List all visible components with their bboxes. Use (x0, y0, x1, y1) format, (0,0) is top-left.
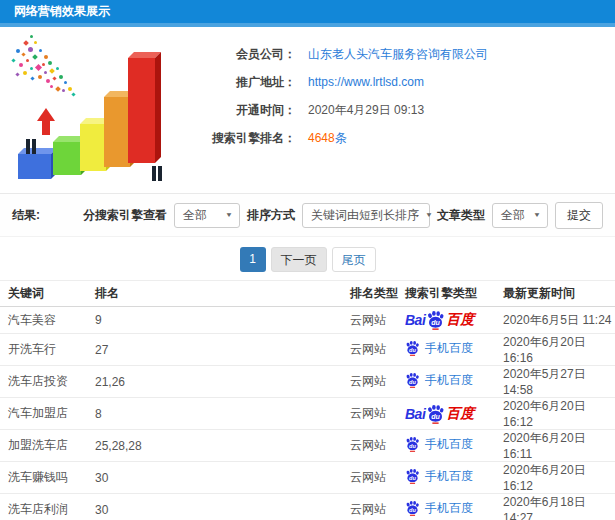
open-time-value: 2020年4月29日 09:13 (308, 96, 424, 124)
filter-controls: 分搜索引擎查看 全部 ▼ 排序方式 关键词由短到长排序 ▼ 文章类型 全部 ▼ … (83, 202, 603, 229)
keyword-rank-table: 关键词 排名 排名类型 搜索引擎类型 最新更新时间 汽车美容 9 云网站 Bai (0, 280, 615, 520)
last-page-button[interactable]: 尾页 (332, 247, 376, 272)
result-label: 结果: (12, 207, 40, 224)
promo-url-link[interactable]: https://www.lrtlsd.com (308, 68, 424, 96)
search-engine-cell: Bai du 百度 (405, 307, 503, 334)
chevron-down-icon: ▼ (225, 211, 233, 218)
page-1-button[interactable]: 1 (240, 247, 266, 272)
rank-link[interactable]: 27 (95, 334, 350, 366)
updated-time-cell: 2020年6月20日 16:12 (503, 462, 615, 494)
col-header-rank: 排名 (95, 281, 350, 307)
engine-filter-select[interactable]: 全部 ▼ (174, 203, 240, 228)
svg-text:du: du (409, 507, 416, 513)
search-engine-cell: Bai du 百度 (405, 334, 503, 366)
baidu-paw-icon: du (405, 436, 420, 452)
submit-button[interactable]: 提交 (555, 202, 603, 229)
open-time-label: 开通时间： (188, 96, 296, 124)
article-type-value: 全部 (501, 207, 525, 224)
svg-text:du: du (409, 379, 416, 385)
baidu-paw-icon: du (405, 500, 420, 516)
col-header-rank-type: 排名类型 (350, 281, 405, 307)
engine-filter-label: 分搜索引擎查看 (83, 207, 167, 224)
updated-time-cell: 2020年6月18日 14:27 (503, 494, 615, 520)
chevron-down-icon: ▼ (533, 211, 541, 218)
keyword-cell: 汽车加盟店 (0, 398, 95, 430)
article-type-select[interactable]: 全部 ▼ (492, 203, 548, 228)
page-title: 网络营销效果展示 (14, 3, 110, 20)
updated-time-cell: 2020年6月20日 16:12 (503, 398, 615, 430)
table-row: 洗车赚钱吗 30 云网站 Bai du 百度 (0, 462, 615, 494)
chart-bar-red (128, 58, 155, 163)
search-engine-cell: Bai du 百度 (405, 398, 503, 430)
col-header-engine-type: 搜索引擎类型 (405, 281, 503, 307)
updated-time-cell: 2020年6月20日 16:11 (503, 430, 615, 462)
promo-url-row: 推广地址： https://www.lrtlsd.com (188, 68, 615, 96)
col-header-keyword: 关键词 (0, 281, 95, 307)
updated-time-cell: 2020年5月27日 14:58 (503, 366, 615, 398)
engine-rank-count-row: 搜索引擎排名： 4648 条 (188, 124, 615, 152)
svg-text:du: du (431, 319, 440, 327)
rank-link[interactable]: 25,28,28 (95, 430, 350, 462)
rank-link[interactable]: 8 (95, 398, 350, 430)
member-info-list: 会员公司： 山东老人头汽车服务咨询有限公司 推广地址： https://www.… (188, 27, 615, 152)
search-engine-cell: Bai du 百度 (405, 366, 503, 398)
table-row: 汽车美容 9 云网站 Bai du 百度 (0, 307, 615, 334)
baidu-paw-icon: du (405, 372, 420, 388)
engine-rank-count-value: 4648 (308, 124, 335, 152)
rank-type-cell: 云网站 (350, 398, 405, 430)
baidu-paw-icon: du (426, 310, 445, 330)
engine-rank-count-label: 搜索引擎排名： (188, 124, 296, 152)
sort-filter-select[interactable]: 关键词由短到长排序 ▼ (302, 203, 430, 228)
keyword-cell: 洗车店利润 (0, 494, 95, 520)
table-row: 洗车店投资 21,26 云网站 Bai du 百度 (0, 366, 615, 398)
rank-type-cell: 云网站 (350, 366, 405, 398)
sort-filter-label: 排序方式 (247, 207, 295, 224)
search-engine-cell: Bai du 百度 (405, 494, 503, 520)
col-header-updated: 最新更新时间 (503, 281, 615, 307)
updated-time-cell: 2020年6月5日 11:24 (503, 307, 615, 334)
baidu-pc-logo: Bai du 百度 (405, 310, 474, 330)
promo-url-label: 推广地址： (188, 68, 296, 96)
baidu-pc-logo: Bai du 百度 (405, 404, 474, 424)
up-arrow-icon (37, 108, 55, 135)
chart-bar-yellow (80, 124, 106, 171)
chart-bar-green (53, 142, 81, 175)
rank-link[interactable]: 30 (95, 462, 350, 494)
baidu-mobile-logo: du 手机百度 (405, 340, 473, 357)
next-page-button[interactable]: 下一页 (271, 247, 327, 272)
sort-filter-value: 关键词由短到长排序 (311, 207, 419, 224)
svg-text:du: du (409, 443, 416, 449)
bar-chart-illustration (6, 29, 178, 189)
article-type-label: 文章类型 (437, 207, 485, 224)
member-info-section: 会员公司： 山东老人头汽车服务咨询有限公司 推广地址： https://www.… (0, 27, 615, 193)
chart-bar-blue (18, 154, 51, 179)
baidu-mobile-logo: du 手机百度 (405, 372, 473, 389)
svg-text:du: du (431, 413, 440, 421)
svg-text:du: du (409, 347, 416, 353)
rank-link[interactable]: 30 (95, 494, 350, 520)
updated-time-cell: 2020年6月20日 16:16 (503, 334, 615, 366)
member-company-label: 会员公司： (188, 40, 296, 68)
rank-type-cell: 云网站 (350, 334, 405, 366)
member-company-row: 会员公司： 山东老人头汽车服务咨询有限公司 (188, 40, 615, 68)
member-company-link[interactable]: 山东老人头汽车服务咨询有限公司 (308, 40, 488, 68)
rank-type-cell: 云网站 (350, 462, 405, 494)
search-engine-cell: Bai du 百度 (405, 430, 503, 462)
keyword-cell: 洗车店投资 (0, 366, 95, 398)
rank-type-cell: 云网站 (350, 307, 405, 334)
keyword-cell: 汽车美容 (0, 307, 95, 334)
table-row: 汽车加盟店 8 云网站 Bai du 百度 (0, 398, 615, 430)
keyword-cell: 加盟洗车店 (0, 430, 95, 462)
baidu-mobile-logo: du 手机百度 (405, 500, 473, 517)
svg-text:du: du (409, 475, 416, 481)
businessman-figure-left (23, 139, 39, 154)
open-time-row: 开通时间： 2020年4月29日 09:13 (188, 96, 615, 124)
engine-filter-value: 全部 (183, 207, 207, 224)
rank-link[interactable]: 21,26 (95, 366, 350, 398)
rank-link[interactable]: 9 (95, 307, 350, 334)
pagination: 1 下一页 尾页 (0, 237, 615, 280)
table-row: 洗车店利润 30 云网站 Bai du 百度 (0, 494, 615, 520)
baidu-paw-icon: du (405, 340, 420, 356)
page-header: 网络营销效果展示 (0, 0, 615, 27)
businessman-figure-right (149, 166, 165, 181)
